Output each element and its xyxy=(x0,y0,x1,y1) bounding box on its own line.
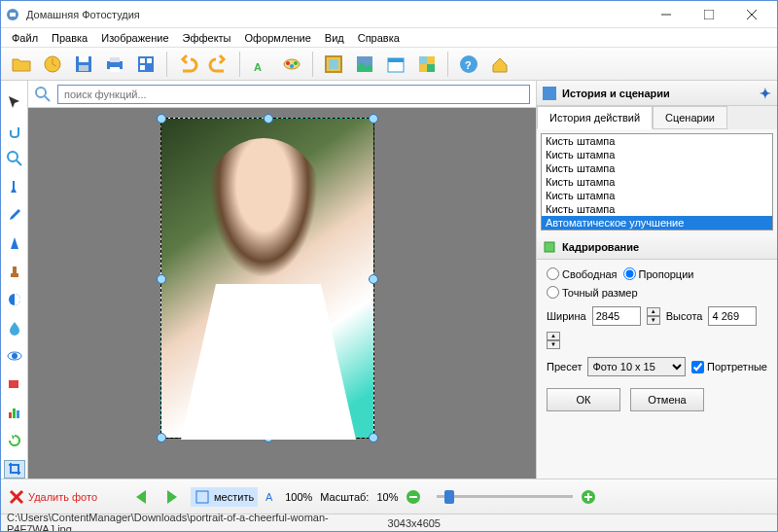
window-title: Домашняя Фотостудия xyxy=(26,9,645,20)
effects-button[interactable] xyxy=(277,50,306,79)
height-input[interactable] xyxy=(708,306,757,326)
save-button[interactable] xyxy=(69,50,98,79)
cancel-button[interactable]: Отмена xyxy=(630,388,704,411)
scale-label: Масштаб: xyxy=(320,491,369,503)
text-button[interactable]: A xyxy=(246,50,275,79)
crop-handle-w[interactable] xyxy=(157,274,166,284)
crop-handle-nw[interactable] xyxy=(157,114,166,124)
svg-line-33 xyxy=(17,160,21,165)
home-button[interactable] xyxy=(485,50,514,79)
app-icon xyxy=(5,7,20,22)
zoom-slider[interactable] xyxy=(437,495,573,498)
crop-handle-se[interactable] xyxy=(369,433,378,443)
history-item[interactable]: Кисть штампа xyxy=(542,202,772,216)
history-item-selected[interactable]: Автоматическое улучшение xyxy=(542,216,772,230)
radio-free[interactable]: Свободная xyxy=(547,267,618,280)
pointer-tool[interactable] xyxy=(4,92,25,111)
undo-button[interactable] xyxy=(173,50,202,79)
collage-button[interactable] xyxy=(412,50,442,79)
svg-rect-40 xyxy=(9,412,12,418)
blur-tool[interactable] xyxy=(4,318,25,337)
tab-history[interactable]: История действий xyxy=(537,106,653,129)
prev-button[interactable] xyxy=(132,488,154,506)
svg-rect-8 xyxy=(79,56,88,62)
photo-with-crop[interactable] xyxy=(160,118,374,439)
tab-scenarios[interactable]: Сценарии xyxy=(653,106,727,129)
recent-button[interactable] xyxy=(38,50,67,79)
next-button[interactable] xyxy=(161,488,183,506)
width-label: Ширина xyxy=(547,310,586,322)
brush-tool[interactable] xyxy=(4,177,25,195)
radio-exact[interactable]: Точный размер xyxy=(547,286,638,299)
history-item[interactable]: Кисть штампа xyxy=(542,134,772,148)
menu-view[interactable]: Вид xyxy=(318,30,351,46)
crop-handle-e[interactable] xyxy=(369,274,378,284)
svg-line-44 xyxy=(45,96,50,101)
tool-palette xyxy=(1,81,28,479)
redo-button[interactable] xyxy=(204,50,233,79)
rotate-tool[interactable] xyxy=(4,432,25,450)
crop-handle-ne[interactable] xyxy=(369,114,378,124)
close-button[interactable] xyxy=(730,2,773,27)
history-list[interactable]: Кисть штампа Кисть штампа Кисть штампа К… xyxy=(541,133,773,231)
zoom-tool[interactable] xyxy=(4,149,25,167)
menubar: Файл Правка Изображение Эффекты Оформлен… xyxy=(1,28,777,48)
canvas[interactable] xyxy=(28,108,536,479)
menu-edit[interactable]: Правка xyxy=(45,30,94,46)
stamp-tool[interactable] xyxy=(4,262,25,280)
preset-select[interactable]: Фото 10 x 15 xyxy=(587,357,686,376)
menu-file[interactable]: Файл xyxy=(5,30,45,46)
crop-handle-s[interactable] xyxy=(264,433,273,443)
layers-tool[interactable] xyxy=(4,374,25,393)
menu-decoration[interactable]: Оформление xyxy=(238,30,318,46)
svg-rect-39 xyxy=(9,380,18,388)
radio-proportions[interactable]: Пропорции xyxy=(623,267,694,280)
svg-point-21 xyxy=(294,61,298,65)
sharpen-tool[interactable] xyxy=(4,233,25,252)
history-item[interactable]: Кисть штампа xyxy=(542,161,772,175)
open-button[interactable] xyxy=(7,50,36,79)
svg-rect-34 xyxy=(11,273,18,277)
menu-help[interactable]: Справка xyxy=(351,30,407,46)
history-item[interactable]: Кисть штампа xyxy=(542,175,772,189)
menu-image[interactable]: Изображение xyxy=(94,30,175,46)
minimize-button[interactable] xyxy=(645,2,688,27)
width-spinner[interactable]: ▲▼ xyxy=(647,307,660,325)
search-input[interactable] xyxy=(57,85,530,104)
history-item[interactable]: Кисть штампа xyxy=(542,148,772,161)
hundred-button[interactable]: A 100% xyxy=(265,489,312,505)
crop-panel-title: Кадрирование xyxy=(562,241,639,253)
delete-icon xyxy=(9,489,24,505)
svg-rect-16 xyxy=(140,65,145,70)
frames-button[interactable] xyxy=(319,50,348,79)
history-item[interactable]: Кисть штампа xyxy=(542,189,772,202)
hand-tool[interactable] xyxy=(4,121,25,139)
fit-button[interactable]: местить xyxy=(191,487,258,507)
catalog-button[interactable] xyxy=(131,50,160,79)
zoom-out-button[interactable] xyxy=(406,489,421,505)
menu-effects[interactable]: Эффекты xyxy=(176,30,238,46)
svg-rect-29 xyxy=(427,64,435,72)
eyedropper-tool[interactable] xyxy=(4,205,25,224)
redeye-tool[interactable] xyxy=(4,346,25,365)
height-spinner[interactable]: ▲▼ xyxy=(547,332,560,349)
calendar-button[interactable] xyxy=(381,50,410,79)
crop-handle-n[interactable] xyxy=(264,114,273,124)
portrait-checkbox[interactable]: Портретные xyxy=(691,361,767,373)
masks-button[interactable] xyxy=(350,50,379,79)
help-button[interactable]: ? xyxy=(454,50,483,79)
svg-rect-3 xyxy=(704,10,714,19)
maximize-button[interactable] xyxy=(688,2,730,27)
ok-button[interactable]: ОК xyxy=(547,388,620,411)
svg-point-38 xyxy=(12,353,18,359)
levels-tool[interactable] xyxy=(4,404,25,422)
delete-photo-button[interactable]: Удалить фото xyxy=(9,489,97,505)
crop-handle-sw[interactable] xyxy=(157,433,166,443)
contrast-tool[interactable] xyxy=(4,290,25,308)
preset-label: Пресет xyxy=(547,361,582,372)
zoom-in-button[interactable] xyxy=(581,489,596,505)
crop-tool[interactable] xyxy=(4,460,25,479)
print-button[interactable] xyxy=(100,50,129,79)
width-input[interactable] xyxy=(592,306,641,326)
collapse-icon[interactable]: ✦ xyxy=(760,86,771,101)
